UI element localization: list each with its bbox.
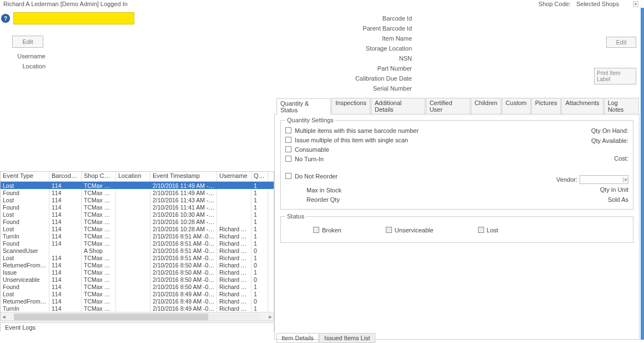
tab-additional-details[interactable]: Additional Details (371, 98, 425, 114)
label-qty-in-unit: Qty in Unit (600, 186, 628, 193)
table-row[interactable]: TurnIn114TCMax Dem...2/10/2016 8:51 AM -… (1, 232, 274, 240)
tab-event-logs[interactable]: Event Logs (0, 322, 274, 332)
scroll-left-icon[interactable]: ◄ (1, 314, 7, 320)
table-row[interactable]: Unserviceable114TCMax Dem...2/10/2016 8:… (1, 276, 274, 283)
col-barcode-id[interactable]: Barcode Id (49, 172, 82, 181)
shop-code-select[interactable]: Selected Shops ▾ (574, 1, 641, 7)
shop-code-label: Shop Code: (539, 1, 571, 7)
tab-item-details[interactable]: Item Details (276, 333, 319, 343)
tab-inspections[interactable]: Inspections (331, 98, 370, 114)
checkbox-do-not-reorder[interactable] (285, 173, 291, 179)
table-row[interactable]: ReturnedFromBroken114TCMax Dem...2/10/20… (1, 297, 274, 305)
label-parent-barcode: Parent Barcode Id (276, 25, 415, 32)
edit-button-right[interactable]: Edit (606, 37, 636, 48)
shop-code-value: Selected Shops (576, 1, 619, 7)
events-hscroll[interactable]: ◄ ► (1, 312, 274, 321)
tab-log-notes[interactable]: Log Notes (604, 98, 639, 114)
help-icon[interactable]: ? (1, 14, 10, 23)
label-barcode-id: Barcode Id (276, 15, 415, 22)
col-location[interactable]: Location (116, 172, 150, 181)
item-tabs: Quantity & Status Inspections Additional… (274, 98, 640, 115)
print-item-label-button[interactable]: Print Item Label (594, 68, 636, 84)
label-qty-available: Qty Available: (591, 137, 628, 144)
table-row[interactable]: Lost114TCMax Dem...2/10/2016 8:51 AM -05… (1, 254, 274, 261)
checkbox-multi-barcode[interactable] (285, 127, 291, 133)
location-label: Location (6, 63, 49, 69)
table-row[interactable]: Found114TCMax Dem...2/10/2016 8:51 AM -0… (1, 240, 274, 247)
label-do-not-reorder: Do Not Reorder (295, 173, 338, 180)
events-header[interactable]: Event Type Barcode Id Shop Code Location… (1, 172, 274, 182)
checkbox-issue-multi[interactable] (285, 137, 291, 143)
checkbox-unserviceable[interactable] (386, 227, 392, 233)
chevron-down-icon: ▾ (623, 177, 628, 182)
label-nsn: NSN (276, 55, 415, 62)
checkbox-no-turnin[interactable] (285, 156, 291, 162)
table-row[interactable]: Lost114TCMax Dem...2/10/2016 10:28 AM -0… (1, 225, 274, 232)
table-row[interactable]: Lost114TCMax Dem...2/10/2016 11:49 AM -0… (1, 182, 274, 189)
label-serial: Serial Number (276, 85, 415, 92)
label-issue-multi: Issue multiple of this item with single … (295, 137, 408, 143)
table-row[interactable]: Lost114TCMax Dem...2/10/2016 10:30 AM -0… (1, 211, 274, 218)
quantity-settings-legend: Quantity Settings (285, 117, 335, 123)
col-event-type[interactable]: Event Type (1, 172, 49, 181)
col-quantity[interactable]: Quan (251, 172, 268, 181)
tab-certified-user[interactable]: Certified User (426, 98, 470, 114)
table-row[interactable]: Found114TCMax Dem...2/10/2016 11:49 AM -… (1, 189, 274, 196)
table-row[interactable]: TurnIn114TCMax Dem...2/10/2016 8:49 AM -… (1, 305, 274, 312)
label-storage-location: Storage Location (276, 45, 415, 52)
table-row[interactable]: Lost114TCMax Dem...2/10/2016 8:49 AM -05… (1, 290, 274, 297)
label-item-name: Item Name (276, 35, 415, 42)
table-row[interactable]: Found114TCMax Dem...2/10/2016 8:50 AM -0… (1, 283, 274, 290)
label-no-turnin: No Turn-In (295, 156, 324, 162)
label-consumable: Consumable (295, 146, 329, 153)
vendor-select[interactable]: ▾ (580, 175, 628, 184)
tab-pictures[interactable]: Pictures (531, 98, 561, 114)
label-broken: Broken (322, 227, 341, 233)
username-label: Username (6, 53, 49, 59)
label-sold-as: Sold As (608, 196, 628, 203)
table-row[interactable]: Issue114TCMax Dem...2/10/2016 8:50 AM -0… (1, 269, 274, 276)
scroll-right-icon[interactable]: ► (267, 314, 274, 320)
tab-custom[interactable]: Custom (502, 98, 531, 114)
checkbox-broken[interactable] (313, 227, 319, 233)
tab-issued-items-list[interactable]: Issued Items List (319, 333, 375, 343)
label-unserviceable: Unserviceable (395, 227, 434, 233)
logged-in-text: Richard A Lederman [Demo Admin] Logged I… (3, 1, 128, 7)
tab-quantity-status[interactable]: Quantity & Status (276, 98, 331, 115)
table-row[interactable]: ScannedUserA Shop2/10/2016 8:51 AM -05:0… (1, 247, 274, 254)
scrollbar-right[interactable] (641, 8, 644, 340)
checkbox-lost[interactable] (478, 227, 484, 233)
events-table: Event Type Barcode Id Shop Code Location… (0, 171, 274, 321)
col-username[interactable]: Username (217, 172, 251, 181)
status-fieldset: Status Broken Unserviceable Lost (280, 213, 633, 243)
label-multi-barcode: Multiple items with this same barcode nu… (295, 127, 419, 134)
tab-children[interactable]: Children (471, 98, 501, 114)
label-cal-due: Calibration Due Date (276, 75, 415, 82)
table-row[interactable]: Found114TCMax Dem...2/10/2016 11:41 AM -… (1, 203, 274, 211)
checkbox-consumable[interactable] (285, 146, 291, 152)
label-lost: Lost (487, 227, 499, 233)
scan-input[interactable] (13, 12, 134, 24)
quantity-settings-fieldset: Quantity Settings Multiple items with th… (280, 117, 633, 210)
label-part-number: Part Number (276, 65, 415, 72)
table-row[interactable]: Found114TCMax Dem...2/10/2016 10:28 AM -… (1, 218, 274, 225)
label-vendor: Vendor: (556, 176, 577, 183)
label-reorder-qty: Reorder Qty (306, 196, 340, 203)
chevron-down-icon: ▾ (633, 1, 638, 7)
table-row[interactable]: ReturnedFromUnser...114TCMax Dem...2/10/… (1, 261, 274, 269)
col-timestamp[interactable]: Event Timestamp (150, 172, 217, 181)
edit-button-left[interactable]: Edit (12, 36, 43, 48)
tab-attachments[interactable]: Attachments (561, 98, 603, 114)
status-legend: Status (285, 213, 306, 220)
label-max-stock: Max in Stock (306, 187, 341, 193)
label-cost: Cost: (614, 155, 628, 162)
col-shop-code[interactable]: Shop Code (82, 172, 116, 181)
label-qty-on-hand: Qty On Hand: (591, 127, 628, 134)
table-row[interactable]: Lost114TCMax Dem...2/10/2016 11:43 AM -0… (1, 196, 274, 203)
